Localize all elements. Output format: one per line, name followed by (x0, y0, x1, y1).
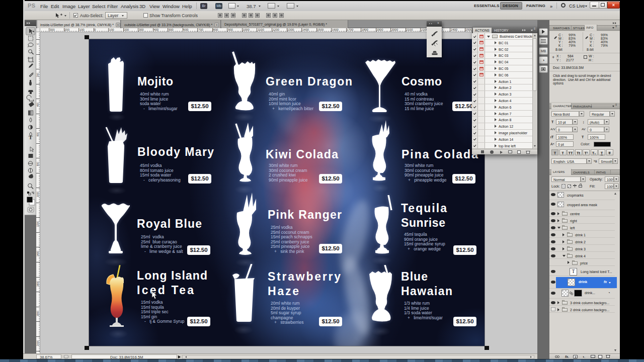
svg-text:T: T (29, 134, 33, 140)
